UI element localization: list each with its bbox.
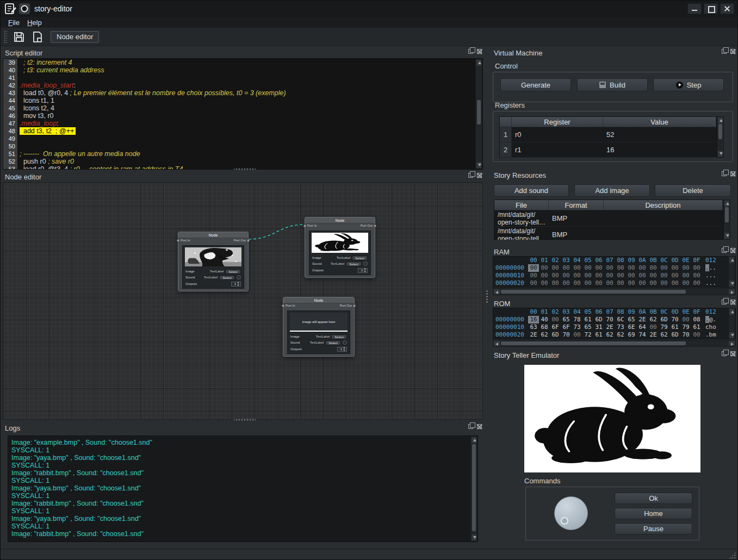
export-file-icon[interactable] [31, 30, 44, 43]
close-panel-icon[interactable] [730, 49, 735, 54]
resource-row[interactable]: /mnt/data/git/ open-story-tell…BMP [494, 210, 723, 227]
graph-node-anime[interactable]: Node Port In Port Out Image TextLabel Se… [178, 232, 249, 291]
close-panel-icon[interactable] [477, 424, 482, 429]
scroll-thumb[interactable] [718, 124, 722, 139]
toolbar-drag-handle[interactable] [4, 30, 7, 43]
close-panel-icon[interactable] [730, 248, 735, 253]
menu-help[interactable]: Help [27, 18, 42, 27]
rom-hscrollbar[interactable] [493, 340, 736, 347]
float-panel-icon[interactable] [468, 424, 473, 429]
close-panel-icon[interactable] [730, 351, 735, 356]
resources-table[interactable]: File Format Description /mnt/data/git/ o… [494, 200, 723, 240]
graph-node-rabbit[interactable]: Node Port In Port Out Image TextLabel Se… [305, 217, 375, 278]
resource-row[interactable]: /mnt/data/git/ open-story-tellBMP [494, 227, 723, 240]
scroll-thumb[interactable] [501, 341, 686, 345]
sound-play-button[interactable] [343, 340, 347, 345]
sound-select-button[interactable]: Select [219, 275, 235, 280]
scroll-left-arrow[interactable] [494, 289, 500, 294]
float-panel-icon[interactable] [468, 49, 473, 54]
scroll-right-arrow[interactable] [729, 341, 735, 346]
port-in-dot[interactable] [282, 304, 284, 307]
close-panel-icon[interactable] [477, 49, 482, 54]
outputs-spinbox[interactable]: 1 [231, 282, 241, 287]
splitter-handle[interactable] [234, 167, 256, 171]
logs-view[interactable]: Image: "example.bmp" , Sound: "choose1.s… [8, 435, 478, 542]
scroll-thumb[interactable] [725, 207, 729, 222]
description-column-header[interactable]: Description [604, 200, 723, 210]
port-in-dot[interactable] [177, 239, 179, 242]
scroll-down-arrow[interactable] [476, 162, 481, 168]
float-panel-icon[interactable] [468, 173, 473, 178]
scroll-up-arrow[interactable] [718, 117, 723, 123]
register-column-header[interactable]: Register [512, 117, 603, 127]
script-editor-scrollbar[interactable] [475, 59, 482, 169]
ok-button[interactable]: Ok [615, 493, 692, 504]
scroll-down-arrow[interactable] [724, 233, 729, 239]
graph-node-empty[interactable]: Node Port In Port Out Image will appear … [283, 297, 355, 357]
scroll-down-arrow[interactable] [729, 281, 734, 287]
scroll-up-arrow[interactable] [729, 309, 734, 315]
build-button[interactable]: Build [577, 78, 648, 91]
scroll-up-arrow[interactable] [476, 60, 481, 66]
scroll-down-arrow[interactable] [729, 332, 734, 338]
scroll-up-arrow[interactable] [472, 437, 476, 443]
scroll-thumb[interactable] [472, 444, 476, 531]
scroll-up-arrow[interactable] [724, 201, 729, 207]
sound-play-button[interactable] [363, 262, 368, 266]
vertical-splitter-handle[interactable] [486, 290, 489, 304]
rom-hex-view[interactable]: 000102030405060708090A0B0C0D0E0F01200000… [493, 308, 736, 339]
splitter-handle[interactable] [234, 418, 256, 421]
maximize-button[interactable] [704, 3, 718, 14]
scroll-left-arrow[interactable] [494, 341, 500, 346]
command-dial[interactable] [554, 496, 588, 530]
close-panel-icon[interactable] [730, 171, 735, 176]
script-editor[interactable]: 39 ; t2: increment 440 ; t3: current med… [3, 58, 483, 170]
file-column-header[interactable]: File [494, 200, 549, 210]
image-select-button[interactable]: Select [225, 269, 241, 274]
image-select-button[interactable]: Select [331, 334, 347, 339]
logs-scrollbar[interactable] [470, 436, 477, 542]
menu-file[interactable]: File [8, 18, 20, 27]
format-column-header[interactable]: Format [549, 200, 604, 210]
add-sound-button[interactable]: Add sound [494, 184, 569, 197]
float-panel-icon[interactable] [722, 300, 727, 304]
add-image-button[interactable]: Add image [574, 184, 650, 197]
scroll-up-arrow[interactable] [729, 257, 734, 263]
scroll-right-arrow[interactable] [729, 289, 735, 294]
float-panel-icon[interactable] [722, 351, 727, 356]
generate-button[interactable]: Generate [500, 78, 571, 91]
sound-select-button[interactable]: Select [346, 262, 362, 266]
rom-vscrollbar[interactable] [728, 308, 735, 339]
float-panel-icon[interactable] [722, 171, 727, 176]
port-out-dot[interactable] [374, 225, 376, 227]
scroll-down-arrow[interactable] [718, 151, 723, 157]
scroll-thumb[interactable] [477, 100, 481, 125]
register-row[interactable]: 2r116 [500, 142, 716, 158]
ram-hscrollbar[interactable] [493, 288, 736, 295]
value-column-header[interactable]: Value [603, 117, 716, 127]
registers-table[interactable]: Register Value 1r0522r116 [499, 116, 717, 158]
float-panel-icon[interactable] [722, 49, 727, 54]
registers-scrollbar[interactable] [717, 116, 724, 158]
size-grip[interactable] [729, 552, 736, 559]
float-panel-icon[interactable] [722, 248, 727, 253]
node-editor-toolbar-button[interactable]: Node editor [51, 31, 99, 43]
register-row[interactable]: 1r052 [500, 127, 716, 142]
minimize-button[interactable] [687, 3, 702, 14]
step-button[interactable]: Step [653, 78, 724, 91]
close-button[interactable] [720, 3, 734, 14]
sound-select-button[interactable]: Select [325, 340, 341, 345]
ram-hex-view[interactable]: 000102030405060708090A0B0C0D0E0F01200000… [493, 256, 736, 288]
node-graph-canvas[interactable]: Node Port In Port Out Image TextLabel Se… [3, 182, 483, 420]
outputs-spinbox[interactable]: 1 [337, 347, 347, 352]
port-out-dot[interactable] [247, 239, 250, 242]
image-select-button[interactable]: Select [352, 256, 368, 260]
scroll-thumb[interactable] [501, 290, 686, 294]
save-icon[interactable] [13, 30, 26, 43]
ram-vscrollbar[interactable] [728, 256, 735, 288]
scroll-down-arrow[interactable] [472, 534, 476, 540]
sound-play-button[interactable] [237, 275, 241, 279]
close-panel-icon[interactable] [477, 173, 482, 178]
port-in-dot[interactable] [303, 225, 306, 227]
home-button[interactable]: Home [615, 508, 692, 519]
